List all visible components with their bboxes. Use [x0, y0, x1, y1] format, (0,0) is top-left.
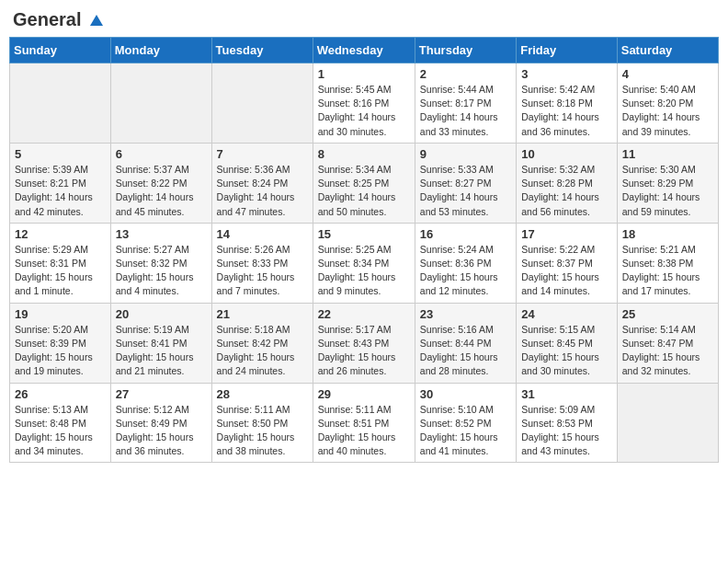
day-info: Sunrise: 5:40 AM Sunset: 8:20 PM Dayligh… [622, 83, 713, 139]
day-info: Sunrise: 5:17 AM Sunset: 8:43 PM Dayligh… [318, 323, 410, 379]
day-info: Sunrise: 5:42 AM Sunset: 8:18 PM Dayligh… [521, 83, 612, 139]
day-number: 6 [116, 147, 207, 161]
calendar-week-row: 19Sunrise: 5:20 AM Sunset: 8:39 PM Dayli… [10, 303, 719, 383]
day-info: Sunrise: 5:12 AM Sunset: 8:49 PM Dayligh… [116, 403, 207, 459]
header-tuesday: Tuesday [211, 38, 313, 63]
day-info: Sunrise: 5:09 AM Sunset: 8:53 PM Dayligh… [521, 403, 612, 459]
calendar-week-row: 5Sunrise: 5:39 AM Sunset: 8:21 PM Daylig… [10, 143, 719, 223]
day-number: 1 [318, 67, 410, 81]
calendar-table: SundayMondayTuesdayWednesdayThursdayFrid… [9, 37, 719, 463]
calendar-cell [10, 63, 111, 144]
day-info: Sunrise: 5:37 AM Sunset: 8:22 PM Dayligh… [116, 163, 207, 219]
calendar-cell: 14Sunrise: 5:26 AM Sunset: 8:33 PM Dayli… [211, 223, 313, 303]
day-number: 2 [420, 67, 511, 81]
day-number: 29 [318, 387, 410, 401]
calendar-cell: 1Sunrise: 5:45 AM Sunset: 8:16 PM Daylig… [313, 63, 415, 144]
day-info: Sunrise: 5:16 AM Sunset: 8:44 PM Dayligh… [420, 323, 511, 379]
calendar-cell: 24Sunrise: 5:15 AM Sunset: 8:45 PM Dayli… [517, 303, 618, 383]
day-number: 8 [318, 147, 410, 161]
svg-marker-0 [90, 15, 103, 26]
day-info: Sunrise: 5:10 AM Sunset: 8:52 PM Dayligh… [420, 403, 511, 459]
day-number: 25 [622, 307, 713, 321]
day-info: Sunrise: 5:13 AM Sunset: 8:48 PM Dayligh… [15, 403, 106, 459]
page-header: General [9, 9, 719, 29]
calendar-cell: 27Sunrise: 5:12 AM Sunset: 8:49 PM Dayli… [110, 383, 211, 463]
day-info: Sunrise: 5:44 AM Sunset: 8:17 PM Dayligh… [420, 83, 511, 139]
calendar-header-row: SundayMondayTuesdayWednesdayThursdayFrid… [10, 38, 719, 63]
calendar-cell: 25Sunrise: 5:14 AM Sunset: 8:47 PM Dayli… [617, 303, 718, 383]
day-number: 23 [420, 307, 511, 321]
calendar-cell: 6Sunrise: 5:37 AM Sunset: 8:22 PM Daylig… [110, 143, 211, 223]
day-number: 15 [318, 227, 410, 241]
day-info: Sunrise: 5:21 AM Sunset: 8:38 PM Dayligh… [622, 243, 713, 299]
calendar-cell: 30Sunrise: 5:10 AM Sunset: 8:52 PM Dayli… [415, 383, 516, 463]
day-number: 20 [116, 307, 207, 321]
logo: General [13, 9, 105, 29]
day-number: 5 [15, 147, 106, 161]
day-number: 7 [217, 147, 308, 161]
calendar-cell: 2Sunrise: 5:44 AM Sunset: 8:17 PM Daylig… [415, 63, 516, 144]
calendar-cell [211, 63, 313, 144]
day-info: Sunrise: 5:14 AM Sunset: 8:47 PM Dayligh… [622, 323, 713, 379]
day-number: 18 [622, 227, 713, 241]
day-info: Sunrise: 5:27 AM Sunset: 8:32 PM Dayligh… [116, 243, 207, 299]
calendar-cell: 7Sunrise: 5:36 AM Sunset: 8:24 PM Daylig… [211, 143, 313, 223]
day-info: Sunrise: 5:29 AM Sunset: 8:31 PM Dayligh… [15, 243, 106, 299]
day-number: 16 [420, 227, 511, 241]
calendar-cell: 12Sunrise: 5:29 AM Sunset: 8:31 PM Dayli… [10, 223, 111, 303]
day-info: Sunrise: 5:39 AM Sunset: 8:21 PM Dayligh… [15, 163, 106, 219]
calendar-cell: 13Sunrise: 5:27 AM Sunset: 8:32 PM Dayli… [110, 223, 211, 303]
day-number: 14 [217, 227, 308, 241]
calendar-cell: 11Sunrise: 5:30 AM Sunset: 8:29 PM Dayli… [617, 143, 718, 223]
calendar-cell: 3Sunrise: 5:42 AM Sunset: 8:18 PM Daylig… [517, 63, 618, 144]
logo-icon [88, 13, 105, 29]
day-info: Sunrise: 5:19 AM Sunset: 8:41 PM Dayligh… [116, 323, 207, 379]
calendar-cell: 19Sunrise: 5:20 AM Sunset: 8:39 PM Dayli… [10, 303, 111, 383]
day-info: Sunrise: 5:33 AM Sunset: 8:27 PM Dayligh… [420, 163, 511, 219]
calendar-cell [617, 383, 718, 463]
calendar-cell: 8Sunrise: 5:34 AM Sunset: 8:25 PM Daylig… [313, 143, 415, 223]
header-thursday: Thursday [415, 38, 516, 63]
calendar-cell: 21Sunrise: 5:18 AM Sunset: 8:42 PM Dayli… [211, 303, 313, 383]
day-number: 12 [15, 227, 106, 241]
day-number: 26 [15, 387, 106, 401]
day-info: Sunrise: 5:34 AM Sunset: 8:25 PM Dayligh… [318, 163, 410, 219]
calendar-cell: 17Sunrise: 5:22 AM Sunset: 8:37 PM Dayli… [517, 223, 618, 303]
day-number: 11 [622, 147, 713, 161]
day-number: 10 [521, 147, 612, 161]
day-info: Sunrise: 5:11 AM Sunset: 8:51 PM Dayligh… [318, 403, 410, 459]
calendar-cell: 23Sunrise: 5:16 AM Sunset: 8:44 PM Dayli… [415, 303, 516, 383]
calendar-cell: 28Sunrise: 5:11 AM Sunset: 8:50 PM Dayli… [211, 383, 313, 463]
day-number: 19 [15, 307, 106, 321]
calendar-cell: 9Sunrise: 5:33 AM Sunset: 8:27 PM Daylig… [415, 143, 516, 223]
calendar-cell: 29Sunrise: 5:11 AM Sunset: 8:51 PM Dayli… [313, 383, 415, 463]
header-saturday: Saturday [617, 38, 718, 63]
day-info: Sunrise: 5:24 AM Sunset: 8:36 PM Dayligh… [420, 243, 511, 299]
calendar-cell: 20Sunrise: 5:19 AM Sunset: 8:41 PM Dayli… [110, 303, 211, 383]
day-number: 22 [318, 307, 410, 321]
day-info: Sunrise: 5:26 AM Sunset: 8:33 PM Dayligh… [217, 243, 308, 299]
day-info: Sunrise: 5:36 AM Sunset: 8:24 PM Dayligh… [217, 163, 308, 219]
header-sunday: Sunday [10, 38, 111, 63]
day-info: Sunrise: 5:15 AM Sunset: 8:45 PM Dayligh… [521, 323, 612, 379]
header-friday: Friday [517, 38, 618, 63]
calendar-cell: 5Sunrise: 5:39 AM Sunset: 8:21 PM Daylig… [10, 143, 111, 223]
day-info: Sunrise: 5:45 AM Sunset: 8:16 PM Dayligh… [318, 83, 410, 139]
day-info: Sunrise: 5:32 AM Sunset: 8:28 PM Dayligh… [521, 163, 612, 219]
calendar-cell: 18Sunrise: 5:21 AM Sunset: 8:38 PM Dayli… [617, 223, 718, 303]
day-number: 27 [116, 387, 207, 401]
header-wednesday: Wednesday [313, 38, 415, 63]
day-number: 28 [217, 387, 308, 401]
calendar-week-row: 26Sunrise: 5:13 AM Sunset: 8:48 PM Dayli… [10, 383, 719, 463]
calendar-cell: 10Sunrise: 5:32 AM Sunset: 8:28 PM Dayli… [517, 143, 618, 223]
day-number: 9 [420, 147, 511, 161]
calendar-cell: 31Sunrise: 5:09 AM Sunset: 8:53 PM Dayli… [517, 383, 618, 463]
calendar-cell: 15Sunrise: 5:25 AM Sunset: 8:34 PM Dayli… [313, 223, 415, 303]
day-number: 31 [521, 387, 612, 401]
day-number: 24 [521, 307, 612, 321]
day-info: Sunrise: 5:22 AM Sunset: 8:37 PM Dayligh… [521, 243, 612, 299]
calendar-cell: 4Sunrise: 5:40 AM Sunset: 8:20 PM Daylig… [617, 63, 718, 144]
header-monday: Monday [110, 38, 211, 63]
day-number: 17 [521, 227, 612, 241]
calendar-cell: 26Sunrise: 5:13 AM Sunset: 8:48 PM Dayli… [10, 383, 111, 463]
